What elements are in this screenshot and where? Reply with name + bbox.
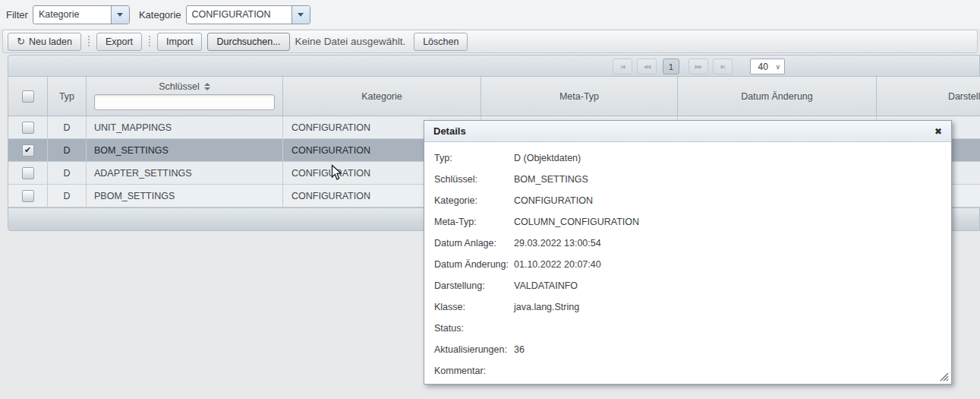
field-label: Kommentar: [434,366,514,376]
delete-button[interactable]: Löschen [414,33,468,51]
reload-label: Neu laden [29,36,72,47]
application-window: Filter Kategorie Kategorie CONFIGURATION… [0,0,980,399]
field-label: Schlüssel: [434,174,514,185]
toolbar-separator [148,36,151,47]
file-status-text: Keine Datei ausgewählt. [295,36,406,47]
next-page-icon: ▶▶ [695,64,702,70]
dialog-body: Typ: D (Objektdaten) Schlüssel: BOM_SETT… [424,142,951,382]
browse-button[interactable]: Durchsuchen... [207,33,289,51]
field-value: VALDATAINFO [514,280,578,291]
paginator-prev-button[interactable]: ◀◀ [637,59,657,74]
field-label: Klasse: [434,302,514,312]
first-page-icon: |◀ [620,64,624,70]
column-label: Typ [59,91,74,102]
import-button[interactable]: Import [157,33,202,51]
field-label: Kategorie: [434,195,514,206]
field-value: BOM_SETTINGS [514,174,588,185]
field-label: Datum Änderung: [434,259,514,270]
current-page-number: 1 [669,62,673,71]
cell-typ: D [48,116,87,138]
field-label: Status: [434,323,514,334]
cell-schluessel: UNIT_MAPPINGS [87,116,283,138]
field-value: 36 [514,344,525,355]
kategorie-select-value: CONFIGURATION [187,6,291,24]
resize-grip-icon[interactable] [939,372,949,382]
column-header-datum-aenderung[interactable]: Datum Änderung [678,77,877,116]
row-checkbox[interactable]: ✔ [22,144,34,157]
row-checkbox[interactable] [22,190,34,202]
field-label: Typ: [434,153,514,163]
column-label: Darstellung [948,91,980,102]
paginator-first-button[interactable]: |◀ [613,59,632,74]
column-label: Meta-Typ [559,91,599,102]
kategorie-select[interactable]: CONFIGURATION [186,5,310,24]
column-header-meta-typ[interactable]: Meta-Typ [481,77,678,116]
field-value: 29.03.2022 13:00:54 [514,238,601,249]
cell-typ: D [48,162,87,184]
cell-select [8,162,48,184]
column-label: Datum Änderung [741,91,813,102]
detail-field: Schlüssel: BOM_SETTINGS [424,169,951,190]
toolbar-separator [87,36,90,47]
field-value: D (Objektdaten) [514,153,581,163]
detail-field: Klasse: java.lang.String [424,296,951,318]
detail-field: Aktualisierungen: 36 [424,339,951,360]
schluessel-filter-input[interactable] [94,94,275,110]
filter-select[interactable]: Kategorie [33,5,130,24]
filter-select-value: Kategorie [33,6,111,24]
cell-select: ✔ [8,139,48,161]
field-label: Aktualisierungen: [434,344,514,355]
select-all-checkbox[interactable] [22,90,34,103]
toolbar: ↻ Neu laden Export Import Durchsuchen...… [2,30,978,53]
chevron-down-icon[interactable] [291,6,310,24]
details-dialog: Details ✖ Typ: D (Objektdaten) Schlüssel… [424,120,952,385]
row-checkbox[interactable] [22,167,34,179]
paginator-last-button[interactable]: ▶| [713,59,733,74]
close-icon[interactable]: ✖ [934,126,942,137]
paginator: |◀ ◀◀ 1 ▶▶ ▶| 40 ∨ [8,55,980,77]
field-value: COLUMN_CONFIGURATION [514,217,639,227]
paginator-next-button[interactable]: ▶▶ [689,59,708,74]
field-value: CONFIGURATION [514,195,593,206]
last-page-icon: ▶| [720,64,724,70]
cell-typ: D [48,185,87,207]
page-size-value: 40 [751,62,775,72]
detail-field: Meta-Typ: COLUMN_CONFIGURATION [424,211,951,233]
cell-select [8,185,48,207]
chevron-down-icon[interactable] [111,6,129,24]
field-label: Darstellung: [434,280,514,291]
prev-page-icon: ◀◀ [644,64,651,70]
column-label: Schlüssel [159,81,200,92]
reload-icon: ↻ [17,36,25,46]
detail-field: Kommentar: [424,360,951,382]
import-label: Import [166,36,193,47]
field-label: Meta-Typ: [434,217,514,227]
dialog-titlebar[interactable]: Details ✖ [424,121,951,142]
dialog-title: Details [433,125,466,137]
column-header-typ[interactable]: Typ [48,77,87,116]
export-label: Export [106,36,133,47]
field-value: 01.10.2022 20:07:40 [514,259,601,270]
row-checkbox[interactable] [22,122,34,134]
cell-schluessel: BOM_SETTINGS [87,139,283,161]
chevron-down-icon: ∨ [775,63,780,71]
browse-label: Durchsuchen... [216,36,280,47]
page-size-select[interactable]: 40 ∨ [750,59,785,74]
detail-field: Datum Anlage: 29.03.2022 13:00:54 [424,233,951,254]
field-value: java.lang.String [514,302,579,312]
column-header-kategorie[interactable]: Kategorie [283,77,481,116]
cell-select [8,116,48,138]
column-header-schluessel[interactable]: Schlüssel [87,77,283,116]
detail-field: Darstellung: VALDATAINFO [424,275,951,296]
export-button[interactable]: Export [96,33,142,51]
sort-icon[interactable] [204,83,210,90]
delete-label: Löschen [423,36,458,47]
reload-button[interactable]: ↻ Neu laden [8,33,81,51]
paginator-page-button[interactable]: 1 [663,59,679,74]
kategorie-label: Kategorie [139,9,181,21]
cell-schluessel: PBOM_SETTINGS [87,185,283,207]
cell-typ: D [48,139,87,161]
detail-field: Typ: D (Objektdaten) [424,147,951,169]
filter-bar: Filter Kategorie Kategorie CONFIGURATION [0,0,980,29]
column-header-darstellung[interactable]: Darstellung [877,77,980,116]
